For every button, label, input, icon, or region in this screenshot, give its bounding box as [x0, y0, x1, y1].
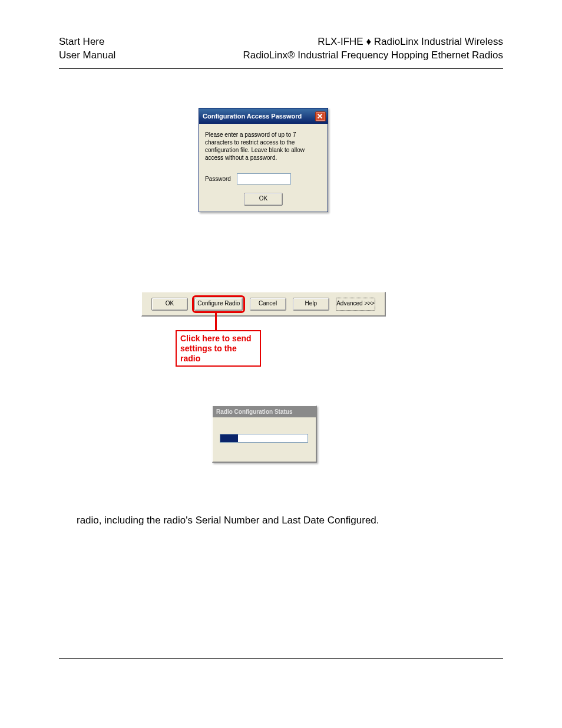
- password-input[interactable]: [237, 173, 291, 185]
- ok-button[interactable]: OK: [244, 193, 283, 206]
- page-header: Start Here User Manual RLX-IFHE ♦ RadioL…: [59, 35, 503, 62]
- header-left: Start Here User Manual: [59, 35, 115, 62]
- radio-config-status-dialog: Radio Configuration Status: [212, 406, 317, 463]
- document-page: Start Here User Manual RLX-IFHE ♦ RadioL…: [0, 0, 562, 728]
- header-rule: [59, 68, 503, 69]
- footer-rule: [59, 658, 503, 659]
- body-paragraph: radio, including the radio's Serial Numb…: [77, 513, 379, 528]
- callout-line1: Click here to send: [180, 334, 256, 344]
- close-icon[interactable]: [315, 111, 326, 121]
- progress-bar: [220, 434, 308, 443]
- cancel-button[interactable]: Cancel: [250, 298, 286, 311]
- progress-dialog-body: [213, 417, 316, 443]
- ok-button-bar[interactable]: OK: [151, 298, 188, 311]
- button-bar: OK Configure Radio Cancel Help Advanced …: [141, 292, 386, 317]
- callout-box: Click here to send settings to the radio: [176, 330, 261, 367]
- config-password-dialog: Configuration Access Password Please ent…: [199, 108, 328, 212]
- dialog-titlebar: Configuration Access Password: [199, 108, 328, 124]
- password-row: Password: [205, 173, 322, 185]
- header-right-line1: RLX-IFHE ♦ RadioLinx Industrial Wireless: [243, 35, 503, 49]
- header-left-line1: Start Here: [59, 35, 115, 49]
- callout-connector: [215, 311, 217, 331]
- progress-dialog-title: Radio Configuration Status: [213, 406, 316, 417]
- password-label: Password: [205, 176, 231, 182]
- dialog-body: Please enter a password of up to 7 chara…: [199, 124, 328, 212]
- header-right-line2: RadioLinx® Industrial Frequency Hopping …: [243, 49, 503, 62]
- header-right: RLX-IFHE ♦ RadioLinx Industrial Wireless…: [243, 35, 503, 62]
- dialog-instructions: Please enter a password of up to 7 chara…: [205, 131, 322, 162]
- dialog-title: Configuration Access Password: [203, 113, 302, 120]
- help-button[interactable]: Help: [293, 298, 329, 311]
- callout-line2: settings to the radio: [180, 344, 256, 364]
- advanced-button[interactable]: Advanced >>>: [336, 298, 375, 311]
- configure-radio-button[interactable]: Configure Radio: [194, 298, 243, 311]
- progress-bar-fill: [220, 434, 238, 442]
- header-left-line2: User Manual: [59, 49, 115, 62]
